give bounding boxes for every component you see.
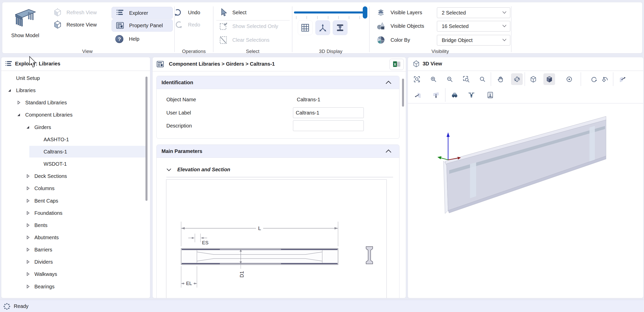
expand-arrow-icon[interactable] <box>26 235 30 239</box>
tree-item-wsdot-1[interactable]: WSDOT-1 <box>4 158 146 170</box>
tree-item-deck-sections[interactable]: Deck Sections <box>4 170 146 182</box>
field-value-object-name: Caltrans-1 <box>297 97 320 103</box>
orbit-button[interactable] <box>511 73 523 85</box>
tree-item-label: Unit Setup <box>16 75 40 81</box>
explorer-panel: Explorer: Libraries Unit SetupLibrariesS… <box>1 57 150 298</box>
rotate-cw-button[interactable] <box>588 73 600 85</box>
ribbon: View Show Model Refresh View Res <box>2 2 642 53</box>
chevron-down-icon <box>502 11 506 14</box>
field-input-user-label[interactable] <box>293 107 364 118</box>
identification-card-header[interactable]: Identification <box>157 76 399 89</box>
tree-item-barriers[interactable]: Barriers <box>4 244 146 256</box>
display-extrude-section-button[interactable] <box>333 20 347 35</box>
slider-track[interactable] <box>294 11 367 13</box>
tree-item-girders[interactable]: Girders <box>4 121 146 133</box>
show-model-button[interactable]: Show Model <box>10 4 41 39</box>
view-plane-sw-button[interactable] <box>412 89 423 101</box>
view-plane-ne-button[interactable] <box>617 73 628 85</box>
dropdown-value: 2 Selected <box>442 10 466 16</box>
property-scrollbar[interactable] <box>402 79 404 107</box>
collapse-arrow-icon[interactable] <box>17 113 21 117</box>
mouse-cursor <box>28 56 37 68</box>
toolbar-separator <box>613 72 613 86</box>
cube-wireframe-button[interactable] <box>527 73 539 85</box>
pan-hand-button[interactable] <box>494 73 506 85</box>
magnifier-button[interactable] <box>476 73 488 85</box>
group-label-select: Select <box>213 49 292 54</box>
expand-arrow-icon[interactable] <box>26 223 30 227</box>
expand-arrow-icon[interactable] <box>17 101 21 105</box>
tree-item-abutments[interactable]: Abutments <box>4 231 146 244</box>
field-input-description[interactable] <box>293 120 364 131</box>
tree-item-foundations[interactable]: Foundations <box>4 207 146 219</box>
rotate-ccw-button[interactable] <box>599 73 611 85</box>
perspective-button[interactable] <box>563 73 575 85</box>
expand-arrow-icon[interactable] <box>26 211 30 215</box>
view-plane-down-button[interactable] <box>430 89 442 101</box>
slider-ticks <box>294 16 367 20</box>
visible-layers-dropdown[interactable]: 2 Selected <box>437 7 510 18</box>
visible-objects-dropdown[interactable]: 16 Selected <box>437 21 510 32</box>
tree-item-component-libraries[interactable]: Component Libraries <box>4 109 146 121</box>
display-axes-button[interactable] <box>315 20 330 35</box>
tree-item-standard-libraries[interactable]: Standard Libraries <box>4 96 146 109</box>
section-machine-button[interactable] <box>484 89 496 101</box>
property-page-icon <box>156 60 164 68</box>
explorer-list-icon <box>5 60 12 68</box>
expand-arrow-icon[interactable] <box>26 285 30 289</box>
collapse-chevron-icon[interactable] <box>385 81 392 84</box>
tree-item-unit-setup[interactable]: Unit Setup <box>4 72 146 84</box>
svg-text:L: L <box>258 225 261 231</box>
tree-item-label: Walkways <box>34 271 57 277</box>
main-parameters-card-header[interactable]: Main Parameters <box>157 145 399 158</box>
toolbar-separator <box>581 72 581 86</box>
tree-item-caltrans-1[interactable]: Caltrans-1 <box>4 146 146 158</box>
collapse-arrow-icon[interactable] <box>26 125 30 129</box>
main-parameters-title: Main Parameters <box>162 148 202 154</box>
zoom-in-button[interactable] <box>427 73 439 85</box>
status-spinner-icon <box>3 303 11 310</box>
tree-item-label: Bents <box>34 222 47 228</box>
tree-item-bents[interactable]: Bents <box>4 219 146 231</box>
property-panel-toggle-button[interactable]: Property Panel <box>112 19 173 32</box>
expand-arrow-icon[interactable] <box>26 248 30 252</box>
tree-item-dividers[interactable]: Dividers <box>4 256 146 268</box>
tree-item-bent-caps[interactable]: Bent Caps <box>4 195 146 207</box>
select-group-divider <box>216 20 290 21</box>
cube-restore-icon <box>53 20 62 29</box>
undo-icon <box>174 8 183 17</box>
cube-view-icon <box>412 60 420 68</box>
tree-item-bearings[interactable]: Bearings <box>4 280 146 293</box>
drive-through-button[interactable] <box>449 89 460 101</box>
cube-shaded-button[interactable] <box>543 73 555 85</box>
expand-arrow-icon[interactable] <box>26 272 30 276</box>
viewport-3d[interactable] <box>408 103 643 298</box>
collapse-chevron-icon[interactable] <box>385 149 392 153</box>
color-by-dropdown[interactable]: Bridge Object <box>437 35 510 46</box>
expand-arrow-icon[interactable] <box>26 260 30 264</box>
zoom-window-button[interactable] <box>460 73 472 85</box>
fly-over-button[interactable] <box>465 89 477 101</box>
tree-item-label: Caltrans-1 <box>44 149 67 155</box>
tree-item-aashto-1[interactable]: AASHTO-1 <box>4 133 146 146</box>
tree-item-walkways[interactable]: Walkways <box>4 268 146 280</box>
collapse-arrow-icon[interactable] <box>7 88 11 92</box>
tree-item-label: Columns <box>34 186 55 191</box>
dropdown-value: Bridge Object <box>442 37 473 43</box>
explorer-toggle-button[interactable]: Explorer <box>112 7 173 19</box>
zoom-out-button[interactable] <box>444 73 455 85</box>
elevation-diagram-box: L ES D1 <box>166 179 387 298</box>
expand-arrow-icon[interactable] <box>26 199 30 203</box>
breadcrumb: Component Libraries > Girders > Caltrans… <box>169 61 275 67</box>
export-excel-button[interactable]: X <box>390 59 404 70</box>
tree-item-libraries[interactable]: Libraries <box>4 84 146 96</box>
ribbon-separator <box>369 6 370 52</box>
display-grid-button[interactable] <box>298 20 313 35</box>
svg-text:EL: EL <box>186 281 192 286</box>
zoom-fit-button[interactable] <box>411 73 423 85</box>
expand-arrow-icon[interactable] <box>26 186 30 190</box>
tree-item-label: Bearings <box>34 284 55 290</box>
tree-item-columns[interactable]: Columns <box>4 182 146 194</box>
expand-arrow-icon[interactable] <box>26 174 30 178</box>
explorer-scrollbar[interactable] <box>145 77 147 201</box>
